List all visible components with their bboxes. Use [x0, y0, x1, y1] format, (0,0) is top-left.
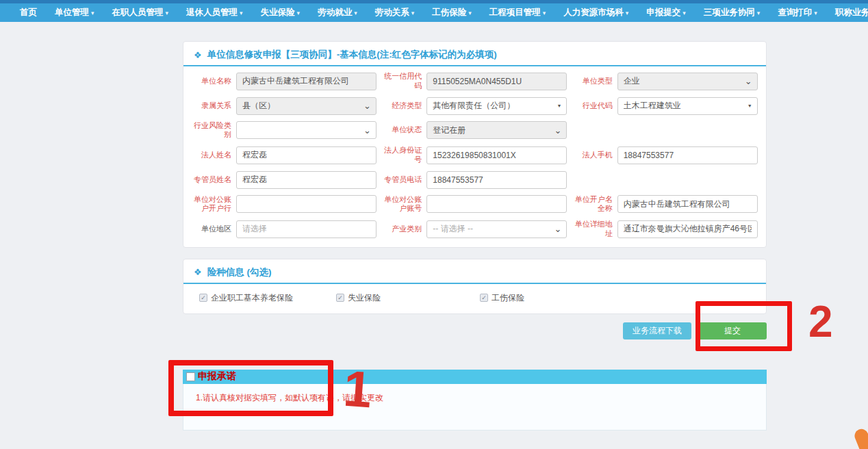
unit-address-label: 单位详细地址	[570, 220, 613, 239]
unit-status-select[interactable]: 登记在册⌄	[426, 121, 567, 139]
unit-name-label: 单位名称	[189, 77, 231, 86]
chevron-down-icon: ▼	[748, 98, 752, 114]
download-process-button[interactable]: 业务流程下载	[623, 322, 691, 339]
nav-item-4[interactable]: 失业保险▾	[252, 3, 309, 22]
chevron-down-icon: ⌄	[745, 73, 752, 90]
nav-item-label: 劳动关系	[375, 8, 409, 17]
field-bank-branch: 单位对公账户开户行	[189, 195, 379, 214]
field-unit-region: 单位地区请选择	[189, 220, 379, 239]
manager-phone-value: 18847553577	[433, 175, 483, 185]
manager-phone-label: 专管员电话	[379, 175, 422, 185]
chevron-down-icon: ▾	[354, 10, 357, 16]
unit-name-input[interactable]: 内蒙古中岳建筑工程有限公司	[236, 73, 376, 90]
nav-item-11[interactable]: 三项业务协同▾	[695, 3, 769, 22]
nav-item-0[interactable]: 首页	[11, 3, 46, 22]
unit-region-input[interactable]: 请选择	[236, 220, 376, 238]
credit-code-label: 统一信用代码	[379, 72, 422, 91]
industry-category-value: -- 请选择 --	[433, 223, 473, 235]
industry-category-select[interactable]: -- 请选择 --⌄	[426, 220, 567, 238]
nav-item-label: 失业保险	[261, 8, 295, 17]
manager-name-value: 程宏磊	[242, 174, 267, 185]
field-affiliation: 隶属关系县（区）⌄	[189, 97, 379, 115]
nav-item-1[interactable]: 单位管理▾	[46, 3, 103, 22]
bank-branch-label: 单位对公账户开户行	[189, 195, 231, 214]
field-industry-risk: 行业风险类别⌄	[189, 121, 379, 140]
checkbox-icon: ✓	[336, 294, 344, 302]
legal-phone-value: 18847553577	[624, 151, 674, 160]
annotation-digit-1: 1	[342, 363, 373, 416]
insurance-option-label: 失业保险	[348, 292, 381, 304]
page: 首页单位管理▾在职人员管理▾退休人员管理▾失业保险▾劳动就业▾劳动关系▾工伤保险…	[0, 0, 868, 449]
field-unit-status: 单位状态登记在册⌄	[379, 121, 570, 140]
basic-info-card: ❖ 单位信息修改申报【三项协同】-基本信息(注:红色字体标记的为必填项) 单位名…	[183, 41, 767, 248]
nav-item-8[interactable]: 工程项目管理▾	[481, 3, 555, 22]
nav-item-label: 首页	[20, 8, 37, 17]
basic-info-header: ❖ 单位信息修改申报【三项协同】-基本信息(注:红色字体标记的为必填项)	[183, 42, 766, 66]
industry-risk-label: 行业风险类别	[189, 121, 231, 140]
chevron-down-icon: ⌄	[363, 98, 371, 114]
legal-id-input[interactable]: 15232619850831001X	[426, 146, 567, 164]
nav-item-9[interactable]: 人力资源市场科▾	[554, 3, 637, 22]
account-name-input[interactable]: 内蒙古中岳建筑工程有限公司	[617, 195, 758, 213]
unit-type-value: 企业	[624, 75, 640, 87]
manager-name-input[interactable]: 程宏磊	[236, 171, 376, 189]
economic-type-select[interactable]: 其他有限责任（公司）▼	[426, 97, 567, 115]
nav-item-7[interactable]: 工伤保险▾	[423, 3, 481, 22]
unit-name-value: 内蒙古中岳建筑工程有限公司	[242, 75, 349, 87]
checkbox-icon: ✓	[480, 294, 488, 302]
nav-item-10[interactable]: 申报提交▾	[637, 3, 695, 22]
corner-marker	[852, 427, 868, 449]
chevron-down-icon: ▾	[411, 10, 415, 16]
field-account-name: 单位开户名全称内蒙古中岳建筑工程有限公司	[570, 195, 761, 214]
nav-item-5[interactable]: 劳动就业▾	[309, 3, 366, 22]
chevron-down-icon: ▾	[626, 10, 629, 16]
affiliation-select[interactable]: 县（区）⌄	[236, 97, 376, 115]
legal-id-value: 15232619850831001X	[433, 151, 515, 160]
field-credit-code: 统一信用代码91150525MA0N455D1U	[379, 72, 570, 91]
chevron-down-icon: ▾	[297, 10, 301, 16]
industry-risk-select[interactable]: ⌄	[236, 121, 376, 139]
field-manager-name: 专管员姓名程宏磊	[189, 171, 379, 189]
annotation-box-1	[168, 360, 333, 416]
insurance-option-label: 企业职工基本养老保险	[211, 292, 293, 304]
diamond-icon: ❖	[194, 50, 202, 60]
unit-address-input[interactable]: 通辽市奈曼旗大沁他拉镇房产46号区（:	[617, 220, 758, 238]
chevron-down-icon: ▾	[91, 10, 94, 16]
nav-item-12[interactable]: 查询打印▾	[769, 3, 826, 22]
chevron-down-icon: ▾	[166, 10, 169, 16]
legal-id-label: 法人身份证号	[379, 146, 422, 165]
legal-name-input[interactable]: 程宏磊	[236, 146, 376, 164]
credit-code-value: 91150525MA0N455D1U	[433, 77, 522, 86]
nav-item-13[interactable]: 职称业务▾	[826, 3, 868, 22]
credit-code-input[interactable]: 91150525MA0N455D1U	[426, 73, 567, 90]
bank-branch-input[interactable]	[236, 195, 376, 213]
action-buttons: 业务流程下载 提交	[183, 322, 767, 339]
field-unit-type: 单位类型企业⌄	[570, 72, 761, 91]
field-bank-account: 单位对公账户账号	[379, 195, 570, 214]
field-manager-phone: 专管员电话18847553577	[379, 171, 570, 189]
chevron-down-icon: ⌄	[363, 122, 371, 138]
nav-item-label: 三项业务协同	[704, 8, 755, 17]
insurance-option-1: ✓失业保险	[336, 292, 480, 304]
unit-region-value: 请选择	[242, 223, 267, 235]
legal-name-label: 法人姓名	[189, 151, 231, 160]
insurance-option-label: 工伤保险	[492, 292, 524, 304]
industry-code-select[interactable]: 土木工程建筑业▼	[617, 97, 758, 115]
nav-item-6[interactable]: 劳动关系▾	[366, 3, 424, 22]
unit-status-value: 登记在册	[433, 125, 465, 136]
manager-phone-input[interactable]: 18847553577	[426, 171, 567, 189]
chevron-down-icon: ▾	[682, 10, 686, 16]
nav-item-2[interactable]: 在职人员管理▾	[103, 3, 178, 22]
legal-phone-input[interactable]: 18847553577	[617, 146, 758, 164]
chevron-down-icon: ▾	[814, 10, 817, 16]
chevron-down-icon: ▼	[557, 98, 561, 114]
insurance-header: ❖ 险种信息 (勾选)	[183, 259, 766, 284]
field-industry-code: 行业代码土木工程建筑业▼	[570, 97, 761, 115]
nav-item-3[interactable]: 退休人员管理▾	[177, 3, 252, 22]
empty-cell	[570, 171, 761, 189]
unit-type-select[interactable]: 企业⌄	[617, 73, 758, 90]
unit-status-label: 单位状态	[379, 125, 422, 135]
affiliation-label: 隶属关系	[189, 101, 231, 111]
bank-account-input[interactable]	[426, 195, 567, 213]
diamond-icon: ❖	[194, 267, 202, 277]
